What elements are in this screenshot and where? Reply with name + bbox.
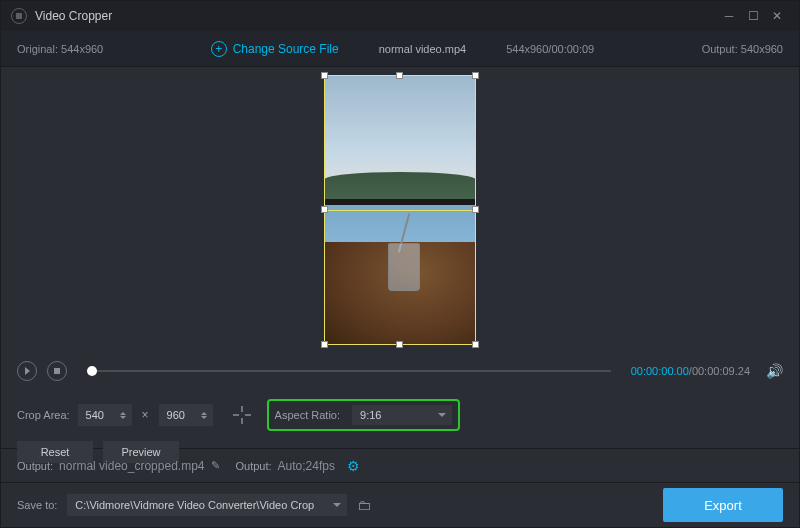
width-down-icon[interactable]	[120, 416, 126, 419]
settings-button[interactable]: ⚙	[347, 458, 360, 474]
source-meta: 544x960/00:00:09	[506, 43, 594, 55]
crop-area-label: Crop Area:	[17, 409, 70, 421]
aspect-ratio-dropdown[interactable]: 9:16	[352, 405, 452, 425]
crosshair-icon	[233, 406, 251, 424]
preview-area[interactable]	[1, 67, 799, 353]
height-down-icon[interactable]	[201, 416, 207, 419]
crop-controls: Crop Area: 540 × 960 Aspect Ratio: 9:16 …	[1, 389, 799, 449]
crop-handle-ml[interactable]	[321, 206, 328, 213]
app-icon	[11, 8, 27, 24]
toolbar: Original: 544x960 + Change Source File n…	[1, 31, 799, 67]
maximize-button[interactable]: ☐	[741, 4, 765, 28]
plus-circle-icon: +	[211, 41, 227, 57]
center-crop-button[interactable]	[231, 404, 253, 426]
chevron-down-icon	[333, 503, 341, 507]
height-up-icon[interactable]	[201, 412, 207, 415]
time-total: /00:00:09.24	[689, 365, 750, 377]
stop-button[interactable]	[47, 361, 67, 381]
change-source-button[interactable]: + Change Source File	[211, 41, 339, 57]
time-display: 00:00:00.00/00:00:09.24	[631, 365, 750, 377]
crop-handle-tr[interactable]	[472, 72, 479, 79]
minimize-button[interactable]: ─	[717, 4, 741, 28]
time-current: 00:00:00.00	[631, 365, 689, 377]
crop-height-input[interactable]: 960	[159, 404, 213, 426]
crop-handle-tm[interactable]	[396, 72, 403, 79]
stop-icon	[54, 368, 60, 374]
change-source-label: Change Source File	[233, 42, 339, 56]
crop-handle-bm[interactable]	[396, 341, 403, 348]
aspect-ratio-group: Aspect Ratio: 9:16	[267, 399, 460, 431]
play-icon	[25, 367, 30, 375]
output-dimensions: Output: 540x960	[702, 43, 783, 55]
save-to-label: Save to:	[17, 499, 57, 511]
crop-box[interactable]	[324, 75, 476, 345]
timeline-slider[interactable]	[87, 370, 611, 372]
crop-handle-tl[interactable]	[321, 72, 328, 79]
close-button[interactable]: ✕	[765, 4, 789, 28]
chevron-down-icon	[438, 413, 446, 417]
timeline-knob[interactable]	[87, 366, 97, 376]
export-button[interactable]: Export	[663, 488, 783, 522]
crop-handle-mr[interactable]	[472, 206, 479, 213]
save-row: Save to: C:\Vidmore\Vidmore Video Conver…	[1, 483, 799, 527]
width-up-icon[interactable]	[120, 412, 126, 415]
output-settings: Auto;24fps	[278, 459, 335, 473]
open-folder-button[interactable]: 🗀	[357, 497, 371, 513]
play-button[interactable]	[17, 361, 37, 381]
aspect-ratio-label: Aspect Ratio:	[275, 409, 340, 421]
crop-handle-bl[interactable]	[321, 341, 328, 348]
output-filename: normal video_cropped.mp4	[59, 459, 204, 473]
original-dimensions: Original: 544x960	[17, 43, 103, 55]
output-settings-label: Output:	[236, 460, 272, 472]
crop-handle-br[interactable]	[472, 341, 479, 348]
source-filename: normal video.mp4	[379, 43, 466, 55]
volume-icon[interactable]: 🔊	[766, 363, 783, 379]
app-title: Video Cropper	[35, 9, 112, 23]
times-sep: ×	[142, 408, 149, 422]
video-frame	[324, 75, 476, 345]
playback-bar: 00:00:00.00/00:00:09.24 🔊	[1, 353, 799, 389]
save-path-dropdown[interactable]: C:\Vidmore\Vidmore Video Converter\Video…	[67, 494, 347, 516]
crop-width-input[interactable]: 540	[78, 404, 132, 426]
output-file-label: Output:	[17, 460, 53, 472]
edit-filename-button[interactable]: ✎	[211, 459, 220, 472]
titlebar: Video Cropper ─ ☐ ✕	[1, 1, 799, 31]
